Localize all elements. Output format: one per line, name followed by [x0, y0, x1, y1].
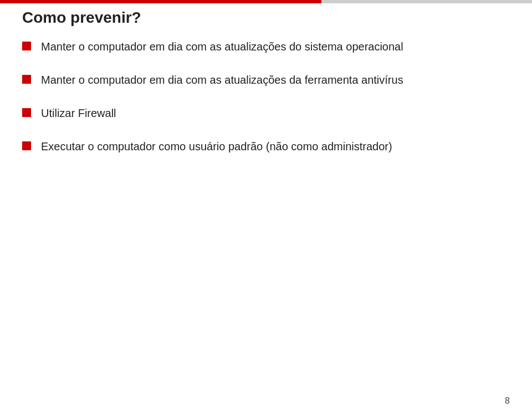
bullet-text-1: Manter o computador em dia com as atuali…: [41, 39, 510, 54]
bullet-text-4: Executar o computador como usuário padrã…: [41, 139, 510, 154]
bullet-text-3: Utilizar Firewall: [41, 105, 510, 121]
bullet-square-icon: [22, 108, 31, 117]
bullet-square-icon: [22, 42, 31, 50]
bullet-item: Utilizar Firewall: [22, 105, 510, 121]
bullet-square-icon: [22, 141, 31, 150]
slide: Como prevenir? Manter o computador em di…: [0, 0, 532, 417]
bullet-item: Manter o computador em dia com as atuali…: [22, 39, 510, 54]
page-number: 8: [505, 396, 510, 406]
top-bar: [0, 0, 532, 3]
bullet-item: Manter o computador em dia com as atuali…: [22, 72, 510, 88]
top-bar-red: [0, 0, 321, 3]
bullet-list: Manter o computador em dia com as atuali…: [22, 39, 510, 154]
slide-title: Como prevenir?: [22, 9, 141, 27]
bullet-item: Executar o computador como usuário padrã…: [22, 139, 510, 154]
top-bar-gray: [321, 0, 532, 3]
bullet-text-2: Manter o computador em dia com as atuali…: [41, 72, 510, 88]
content-area: Manter o computador em dia com as atuali…: [22, 39, 510, 389]
bullet-square-icon: [22, 75, 31, 84]
